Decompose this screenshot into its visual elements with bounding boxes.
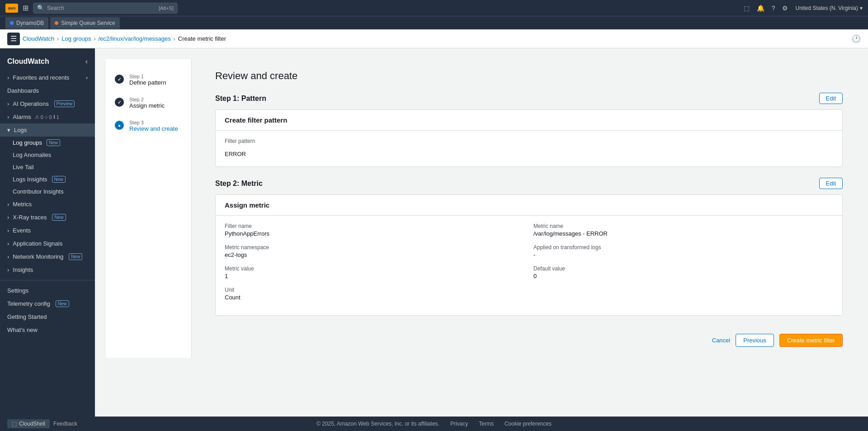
xray-badge: New: [52, 214, 66, 221]
chevron-right-icon7: ›: [7, 227, 9, 234]
telemetry-label: Telemetry config: [7, 300, 50, 307]
nav-icons: ⬚ 🔔 ? ⚙ United States (N. Virginia) ▾: [744, 5, 863, 12]
bell-icon[interactable]: 🔔: [757, 5, 764, 12]
tab-dot-dynamo: [10, 21, 14, 25]
cloudshell-button[interactable]: ⬚ CloudShell: [7, 419, 50, 428]
feedback-link[interactable]: Feedback: [53, 421, 77, 427]
sidebar-header: CloudWatch ‹: [0, 54, 95, 71]
sidebar-sub-item-contributor-insights[interactable]: Contributor Insights: [0, 185, 95, 198]
grid-icon[interactable]: ⊞: [23, 4, 28, 12]
search-icon: 🔍: [37, 5, 44, 11]
sidebar-item-metrics[interactable]: › Metrics: [0, 198, 95, 211]
step-1-circle: ✓: [115, 75, 124, 84]
search-shortcut: [Alt+S]: [159, 5, 174, 11]
breadcrumb-log-groups[interactable]: Log groups: [61, 35, 91, 42]
chevron-right-icon5: ›: [7, 201, 9, 208]
sidebar-item-insights[interactable]: › Insights: [0, 263, 95, 276]
chevron-right-icon4: ›: [7, 114, 9, 120]
sidebar-item-app-signals[interactable]: › Application Signals: [0, 237, 95, 250]
metric-name-label: Metric name: [533, 223, 833, 229]
footer-privacy[interactable]: Privacy: [450, 421, 468, 427]
sidebar-sub-item-logs-insights[interactable]: Logs Insights New: [0, 173, 95, 185]
sidebar-toggle[interactable]: ☰: [7, 33, 20, 45]
sidebar-item-getting-started[interactable]: Getting Started: [0, 310, 95, 323]
filter-name-value: PythonAppErrors: [225, 230, 524, 237]
previous-button[interactable]: Previous: [736, 334, 774, 347]
main-layout: CloudWatch ‹ › Favorites and recents › D…: [0, 48, 868, 431]
sidebar-item-alarms[interactable]: › Alarms ⚠0 ○0 ℹ1: [0, 110, 95, 123]
insights-label: Insights: [13, 266, 33, 273]
create-metric-filter-button[interactable]: Create metric filter: [779, 334, 843, 347]
step2-row-4: Unit Count: [225, 287, 833, 301]
sidebar-item-logs[interactable]: ▾ Logs: [0, 123, 95, 137]
alarm-info-icon: ℹ: [53, 114, 55, 120]
step2-row-2: Metric namespace ec2-logs Applied on tra…: [225, 244, 833, 258]
sidebar-item-xray[interactable]: › X-Ray traces New: [0, 211, 95, 224]
filter-name-label: Filter name: [225, 223, 524, 229]
sidebar-item-dashboards[interactable]: Dashboards: [0, 84, 95, 97]
logs-label: Logs: [14, 127, 27, 133]
log-anomalies-label: Log Anomalies: [13, 152, 51, 158]
step2-card: Assign metric Filter name PythonAppError…: [215, 194, 843, 316]
metric-name-group: Metric name /var/log/messages - ERROR: [533, 223, 833, 237]
clock-icon[interactable]: 🕐: [852, 34, 861, 43]
sidebar-sub-item-log-anomalies[interactable]: Log Anomalies: [0, 149, 95, 161]
alarm-ok-icon: ○: [45, 114, 48, 120]
sidebar-item-favorites[interactable]: › Favorites and recents ›: [0, 71, 95, 84]
footer-cookie-preferences[interactable]: Cookie preferences: [505, 421, 552, 427]
step2-section-title: Step 2: Metric: [215, 180, 263, 188]
dashboards-label: Dashboards: [7, 87, 39, 94]
metric-namespace-group: Metric namespace ec2-logs: [225, 244, 524, 258]
step-2-name: Assign metric: [129, 102, 165, 109]
ai-ops-badge: Preview: [54, 100, 75, 107]
sidebar-collapse-button[interactable]: ‹: [85, 57, 88, 66]
cancel-button[interactable]: Cancel: [712, 337, 730, 344]
aws-logo[interactable]: aws: [5, 4, 18, 13]
chevron-right-icon2: ›: [86, 74, 88, 81]
breadcrumb-cloudwatch[interactable]: CloudWatch: [23, 35, 54, 42]
sidebar-item-network-monitoring[interactable]: › Network Monitoring New: [0, 250, 95, 263]
step1-header: Step 1: Pattern Edit: [215, 93, 843, 104]
terminal-icon: ⬚: [12, 421, 17, 427]
footer-terms[interactable]: Terms: [479, 421, 494, 427]
favorites-label: Favorites and recents: [13, 74, 69, 81]
alarms-count: ⚠0 ○0 ℹ1: [35, 114, 59, 120]
search-input[interactable]: [47, 5, 156, 11]
content-area: ✓ Step 1 Define pattern ✓ Step 2 Assign …: [95, 48, 868, 431]
step1-edit-button[interactable]: Edit: [819, 93, 843, 104]
alarm-warn-icon: ⚠: [35, 114, 39, 120]
step2-row-1: Filter name PythonAppErrors Metric name …: [225, 223, 833, 237]
step-1-label: Step 1: [129, 74, 166, 79]
tab-dynamodb[interactable]: DynamoDB: [5, 17, 48, 29]
step2-edit-button[interactable]: Edit: [819, 178, 843, 189]
sidebar-sub-item-log-groups[interactable]: Log groups New: [0, 137, 95, 149]
terminal-icon[interactable]: ⬚: [744, 5, 750, 12]
sidebar-item-ai-ops[interactable]: › AI Operations Preview: [0, 97, 95, 110]
region-selector[interactable]: United States (N. Virginia) ▾: [795, 5, 863, 11]
logs-insights-badge: New: [52, 176, 66, 183]
help-icon[interactable]: ?: [772, 5, 775, 12]
step-1-info: Step 1 Define pattern: [129, 74, 166, 86]
network-monitoring-label: Network Monitoring: [13, 253, 63, 260]
sidebar-item-whats-new[interactable]: What's new: [0, 323, 95, 336]
settings-icon[interactable]: ⚙: [782, 5, 788, 12]
sidebar-item-events[interactable]: › Events: [0, 224, 95, 237]
tab-sqs[interactable]: Simple Queue Service: [50, 17, 119, 29]
sidebar-sub-item-live-tail[interactable]: Live Tail: [0, 161, 95, 173]
filter-name-group: Filter name PythonAppErrors: [225, 223, 524, 237]
tab-label-dynamodb: DynamoDB: [16, 20, 44, 26]
breadcrumb-log-path[interactable]: /ec2/linux/var/log/messages: [98, 35, 170, 42]
wizard-steps: ✓ Step 1 Define pattern ✓ Step 2 Assign …: [106, 59, 192, 358]
step1-section-title: Step 1: Pattern: [215, 95, 266, 103]
sidebar-item-telemetry[interactable]: Telemetry config New: [0, 297, 95, 310]
step-2-label: Step 2: [129, 97, 165, 102]
breadcrumb-current: Create metric filter: [178, 35, 226, 42]
step1-card-title: Create filter pattern: [225, 116, 833, 124]
sidebar-item-settings[interactable]: Settings: [0, 284, 95, 297]
footer-copyright: © 2025, Amazon Web Services, Inc. or its…: [316, 421, 439, 427]
metrics-label: Metrics: [13, 201, 32, 208]
breadcrumb: CloudWatch › Log groups › /ec2/linux/var…: [23, 35, 226, 42]
step2-card-header: Assign metric: [216, 195, 842, 216]
unit-label: Unit: [225, 287, 524, 293]
unit-group: Unit Count: [225, 287, 524, 301]
